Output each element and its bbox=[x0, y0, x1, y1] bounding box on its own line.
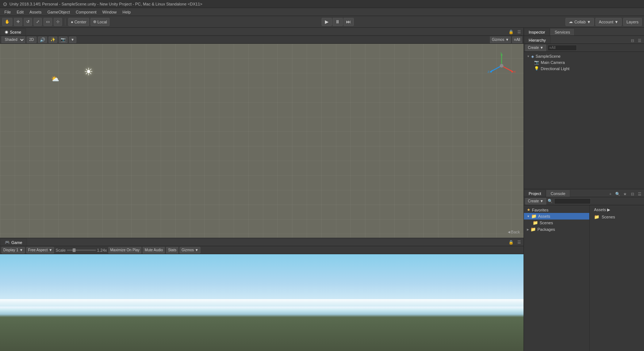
scene-viewport: ☀ ⛅ bbox=[0, 44, 524, 238]
favorites-item[interactable]: ★ Favorites bbox=[524, 207, 589, 213]
local-icon: ⊕ bbox=[93, 19, 96, 24]
aspect-select[interactable]: Free Aspect ▼ bbox=[26, 247, 54, 253]
project-search-icon[interactable]: 🔍 bbox=[615, 191, 621, 197]
rotate-tool-button[interactable]: ↺ bbox=[24, 18, 32, 26]
project-tab[interactable]: Project bbox=[524, 190, 546, 197]
console-tab[interactable]: Console bbox=[546, 190, 570, 197]
maximize-button[interactable]: Maximize On Play bbox=[108, 247, 142, 253]
transform-tool-button[interactable]: ⊹ bbox=[54, 18, 62, 26]
camera-icon-button[interactable]: 📷 bbox=[59, 37, 68, 43]
layers-button[interactable]: Layers bbox=[623, 18, 642, 26]
hierarchy-lock-icon[interactable]: ⊟ bbox=[629, 38, 635, 43]
menu-file[interactable]: File bbox=[1, 9, 14, 15]
scenes-label: Scenes bbox=[540, 221, 553, 225]
scene-tab[interactable]: ◉ Scene bbox=[0, 28, 26, 35]
packages-tree-item[interactable]: ▶ 📁 Packages bbox=[524, 226, 589, 233]
project-create-button[interactable]: Create ▼ bbox=[525, 198, 546, 205]
hierarchy-controls: ⊟ ☰ bbox=[628, 38, 644, 43]
menu-help[interactable]: Help bbox=[119, 9, 134, 15]
scene-name: SampleScene bbox=[536, 54, 561, 58]
game-lock-icon[interactable]: 🔒 bbox=[508, 239, 514, 245]
scenes-tree-item[interactable]: 📁 Scenes bbox=[524, 220, 589, 226]
back-label: ◄Back bbox=[507, 230, 520, 234]
scene-icon: ◈ bbox=[531, 54, 534, 58]
effects-button[interactable]: ✨ bbox=[49, 37, 57, 43]
play-button[interactable]: ▶ bbox=[322, 18, 332, 26]
menu-edit[interactable]: Edit bbox=[14, 9, 27, 15]
project-lock-icon[interactable]: ⊟ bbox=[629, 191, 635, 197]
hand-tool-button[interactable]: ✋ bbox=[2, 18, 12, 26]
project-controls: + 🔍 ★ ⊟ ☰ bbox=[606, 191, 644, 197]
account-label: Account ▼ bbox=[599, 20, 618, 24]
rect-tool-button[interactable]: ▭ bbox=[43, 18, 52, 26]
center-button[interactable]: ● Center bbox=[68, 18, 89, 26]
scene-expand-arrow: ▼ bbox=[527, 55, 530, 58]
stats-button[interactable]: Stats bbox=[166, 247, 178, 253]
game-menu-icon[interactable]: ☰ bbox=[516, 239, 522, 245]
game-gizmos-button[interactable]: Gizmos ▼ bbox=[180, 247, 200, 253]
game-toolbar: Display 1 ▼ Free Aspect ▼ Scale 1.24x Ma… bbox=[0, 246, 524, 254]
hierarchy-create-button[interactable]: Create ▼ bbox=[525, 45, 546, 51]
game-tab-bar: 🎮 Game 🔒 ☰ bbox=[0, 238, 524, 246]
hierarchy-camera-item[interactable]: 📷 Main Camera bbox=[524, 59, 644, 65]
project-star-icon[interactable]: ★ bbox=[622, 191, 628, 197]
hierarchy-toolbar: Create ▼ bbox=[524, 44, 644, 52]
scene-toolbar: Shaded 2D 🔊 ✨ 📷 ▼ Gizmos ▼ ≡All bbox=[0, 36, 524, 44]
project-add-icon[interactable]: + bbox=[607, 191, 613, 197]
camera-icon: 📷 bbox=[534, 60, 539, 65]
gizmo-widget[interactable]: Y X Z bbox=[487, 51, 516, 80]
hierarchy-light-item[interactable]: 💡 Directional Light bbox=[524, 65, 644, 72]
cloud-icon: ⛅ bbox=[51, 75, 59, 83]
assets-panel-label: Assets ▶ bbox=[594, 207, 610, 212]
horizon-glow bbox=[0, 299, 524, 306]
project-menu-icon[interactable]: ☰ bbox=[637, 191, 643, 197]
inspector-tab[interactable]: Inspector bbox=[524, 28, 550, 35]
scale-slider[interactable] bbox=[67, 249, 96, 251]
collab-button[interactable]: ☁ Collab ▼ bbox=[566, 18, 594, 26]
hierarchy-scene-item[interactable]: ▼ ◈ SampleScene bbox=[524, 53, 644, 59]
game-tab-label: Game bbox=[11, 240, 22, 245]
scenes-asset-icon: 📁 bbox=[594, 214, 599, 220]
game-tab-icon: 🎮 bbox=[5, 240, 10, 245]
shader-select[interactable]: Shaded bbox=[1, 37, 25, 43]
menu-gameobject[interactable]: GameObject bbox=[45, 9, 73, 15]
gizmos-button[interactable]: Gizmos ▼ bbox=[490, 37, 511, 43]
account-button[interactable]: Account ▼ bbox=[595, 18, 622, 26]
mute-button[interactable]: Mute Audio bbox=[143, 247, 165, 253]
scene-lock-icon[interactable]: 🔒 bbox=[508, 29, 514, 35]
project-search-input[interactable] bbox=[554, 198, 591, 204]
local-button[interactable]: ⊕ Local bbox=[91, 18, 110, 26]
all-layers-button[interactable]: ≡All bbox=[512, 37, 522, 43]
favorites-label: Favorites bbox=[532, 208, 548, 212]
pause-button[interactable]: ⏸ bbox=[333, 18, 343, 26]
hierarchy-menu-icon[interactable]: ☰ bbox=[637, 38, 643, 43]
gizmo-svg: Y X Z bbox=[487, 51, 516, 80]
display-select[interactable]: Display 1 ▼ bbox=[1, 247, 25, 253]
step-button[interactable]: ⏭ bbox=[344, 18, 354, 26]
menu-assets[interactable]: Assets bbox=[27, 9, 45, 15]
move-tool-button[interactable]: ✛ bbox=[14, 18, 22, 26]
unity-logo: ⊙ bbox=[3, 1, 7, 7]
scene-extra-button[interactable]: ▼ bbox=[69, 37, 76, 43]
2d-button[interactable]: 2D bbox=[27, 37, 37, 43]
packages-label: Packages bbox=[537, 227, 555, 232]
scene-menu-icon[interactable]: ☰ bbox=[516, 29, 522, 35]
audio-button[interactable]: 🔊 bbox=[38, 37, 47, 43]
back-button[interactable]: ◄Back bbox=[507, 230, 520, 234]
stats-label: Stats bbox=[168, 248, 176, 252]
scale-thumb bbox=[73, 248, 76, 252]
hierarchy-tab[interactable]: Hierarchy bbox=[524, 36, 551, 43]
menu-component[interactable]: Component bbox=[73, 9, 99, 15]
services-tab[interactable]: Services bbox=[550, 28, 575, 35]
hierarchy-search[interactable] bbox=[548, 45, 577, 51]
assets-tree-item[interactable]: ▼ 📁 Assets bbox=[524, 213, 589, 220]
collab-cloud-icon: ☁ bbox=[569, 19, 573, 24]
scale-tool-button[interactable]: ⤢ bbox=[34, 18, 42, 26]
camera-name: Main Camera bbox=[541, 60, 565, 65]
game-tab[interactable]: 🎮 Game bbox=[0, 239, 27, 246]
hierarchy-create-label: Create ▼ bbox=[528, 46, 544, 50]
scene-area: ◉ Scene 🔒 ☰ Shaded 2D 🔊 ✨ 📷 ▼ bbox=[0, 28, 524, 238]
menu-window[interactable]: Window bbox=[99, 9, 119, 15]
scenes-asset-folder[interactable]: 📁 Scenes bbox=[591, 213, 643, 221]
aspect-label: Free Aspect bbox=[28, 248, 47, 252]
